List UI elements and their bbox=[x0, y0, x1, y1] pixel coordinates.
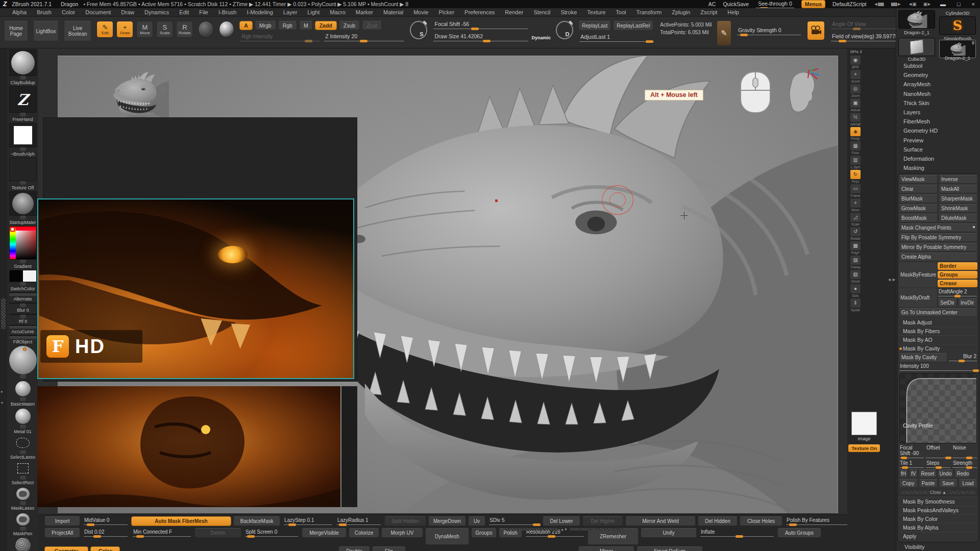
subpalette-header[interactable]: Mask By Smoothness bbox=[899, 497, 977, 506]
curve-button[interactable]: Redo bbox=[954, 469, 971, 478]
bottom-control[interactable]: Close Holes bbox=[740, 516, 782, 526]
palette-section-header[interactable]: Layers bbox=[896, 108, 980, 117]
dock-item-button[interactable] bbox=[19, 425, 27, 429]
tool-thumb-cube[interactable] bbox=[898, 38, 935, 56]
dock-item-thumb[interactable] bbox=[9, 486, 37, 502]
mask-button[interactable]: MaskAll bbox=[939, 185, 977, 193]
dock-item-button[interactable] bbox=[19, 502, 27, 506]
dock-item-thumb[interactable] bbox=[9, 345, 37, 375]
bottom-control[interactable]: Uv bbox=[468, 516, 485, 526]
right-shelf-button[interactable]: + Move bbox=[849, 198, 862, 212]
menu-item[interactable]: Document bbox=[80, 9, 116, 15]
texture-image-thumb[interactable] bbox=[851, 412, 877, 435]
goto-unmasked-center-button[interactable]: Go To Unmasked Center bbox=[899, 308, 977, 317]
live-boolean-button[interactable]: Live Boolean bbox=[64, 21, 91, 41]
dock-item[interactable]: Metal 01 bbox=[9, 408, 37, 434]
right-shelf-button[interactable]: ▦ Floor bbox=[849, 141, 862, 155]
copy-left-icon[interactable]: ◄▣ bbox=[908, 2, 916, 7]
mask-button[interactable]: Mirror By Posable Symmetry bbox=[899, 243, 977, 252]
reference-image-smaug-head[interactable] bbox=[37, 386, 340, 507]
curve-button[interactable]: Copy bbox=[899, 479, 918, 488]
bottom-control[interactable]: Auto Groups bbox=[777, 528, 821, 538]
menu-item[interactable]: I-Brush bbox=[213, 9, 241, 15]
feature-option-button[interactable]: Groups bbox=[938, 271, 977, 279]
menu-item[interactable]: Edit bbox=[174, 9, 194, 15]
menu-item[interactable]: Macro bbox=[325, 9, 351, 15]
cavity-intensity-slider[interactable]: Intensity 100 bbox=[899, 363, 977, 372]
menu-item[interactable]: Render bbox=[500, 9, 528, 15]
replay-forward-icon[interactable]: ▮▮▮► bbox=[891, 2, 901, 7]
bottom-control[interactable]: MidValue 0 bbox=[82, 516, 129, 527]
dock-item[interactable]: FillObject bbox=[9, 335, 37, 344]
invdir-button[interactable]: InvDir bbox=[958, 298, 977, 307]
dock-item-button[interactable] bbox=[19, 527, 27, 531]
menu-item[interactable]: Stroke bbox=[555, 9, 582, 15]
dock-item[interactable]: SelectLasso bbox=[9, 435, 37, 460]
draft-angle-slider[interactable]: DraftAngle 2 bbox=[938, 288, 977, 297]
dock-item[interactable]: MaskPen bbox=[9, 512, 37, 536]
palette-section-header[interactable]: Geometry HD bbox=[896, 126, 980, 135]
palette-section-header[interactable]: Masking bbox=[896, 163, 980, 172]
default-zscript-button[interactable]: DefaultZScript bbox=[832, 1, 867, 7]
bottom-control[interactable]: Del Lower bbox=[543, 516, 580, 526]
right-shelf-button[interactable]: ◈ Persp bbox=[849, 127, 862, 140]
right-shelf-button[interactable]: ◉ BPR bbox=[849, 55, 862, 69]
dock-item[interactable]: Gradient bbox=[9, 226, 37, 269]
mode-button[interactable]: R Rotate bbox=[176, 21, 193, 38]
palette-section-header[interactable]: Subtool bbox=[896, 61, 980, 70]
dock-item-thumb[interactable] bbox=[9, 408, 37, 425]
dock-item[interactable] bbox=[9, 345, 37, 379]
bottom-control[interactable]: LazyRadius 1 bbox=[335, 516, 382, 527]
mask-button[interactable]: ShrinkMask bbox=[939, 204, 977, 213]
cavity-slider[interactable]: Noise bbox=[952, 444, 977, 459]
ac-button[interactable]: AC bbox=[708, 1, 716, 7]
palette-section-header[interactable]: Visibility bbox=[896, 542, 980, 551]
mask-button[interactable]: GrowMask bbox=[899, 204, 938, 213]
mode-button[interactable]: ✎ Edit bbox=[96, 21, 113, 38]
dock-item-thumb[interactable] bbox=[9, 435, 37, 450]
minimize-button[interactable]: ▬ bbox=[938, 1, 948, 7]
bottom-control[interactable]: Groups bbox=[471, 528, 497, 538]
dock-item-thumb[interactable] bbox=[9, 270, 37, 282]
mask-button[interactable]: ViewMask bbox=[899, 175, 938, 184]
dock-item[interactable]: Blur 0 bbox=[9, 303, 37, 313]
curve-button[interactable]: Paste bbox=[919, 479, 938, 488]
dock-item[interactable]: MaskLasso bbox=[9, 486, 37, 511]
menu-item[interactable]: Brush bbox=[32, 9, 57, 15]
subpalette-header[interactable]: Mask By AO bbox=[899, 335, 977, 344]
palette-section-header[interactable]: Surface bbox=[896, 145, 980, 154]
menu-item[interactable]: Draw bbox=[116, 9, 139, 15]
curve-button[interactable]: Save bbox=[939, 479, 958, 488]
paint-toggle[interactable]: Zadd bbox=[315, 21, 337, 30]
dock-item-thumb[interactable] bbox=[9, 123, 37, 147]
right-shelf-button[interactable]: ● Solo bbox=[849, 284, 862, 297]
mask-button[interactable]: BlurMask bbox=[899, 194, 938, 203]
paint-toggle[interactable]: A bbox=[239, 21, 253, 30]
dock-item-button[interactable] bbox=[19, 315, 27, 319]
bottom-control[interactable]: ProjectAll bbox=[44, 528, 80, 538]
palette-section-header[interactable]: Preview bbox=[896, 136, 980, 145]
bottom-control[interactable]: Inflate bbox=[699, 528, 775, 538]
right-shelf-button[interactable]: ▩ PolyF bbox=[849, 241, 862, 255]
palette-section-header[interactable]: NanoMesh bbox=[896, 89, 980, 98]
dock-item-thumb[interactable] bbox=[9, 226, 37, 260]
bottom-control[interactable]: Geometry bbox=[44, 546, 88, 551]
bottom-control[interactable]: Min Connected F bbox=[131, 528, 192, 538]
camera-icon[interactable] bbox=[807, 21, 825, 40]
cavity-slider[interactable]: Tile 1 bbox=[899, 460, 924, 469]
mask-by-cavity-header[interactable]: Mask By Cavity bbox=[899, 344, 977, 353]
menu-item[interactable]: Light bbox=[302, 9, 325, 15]
right-shelf-button[interactable]: ◿ Scale bbox=[849, 212, 862, 226]
mode-button[interactable]: S Scale bbox=[156, 21, 173, 38]
bottom-control[interactable]: Dist 0.02 bbox=[82, 528, 129, 538]
bottom-control[interactable]: MergeVisible bbox=[302, 528, 347, 538]
palette-section-header[interactable]: Deformation bbox=[896, 154, 980, 163]
tool-thumb-label[interactable]: Dragon-2_1 bbox=[938, 55, 977, 61]
dock-item-button[interactable] bbox=[19, 260, 27, 264]
bottom-control[interactable]: DynaMesh bbox=[425, 528, 469, 545]
menu-item[interactable]: Help bbox=[722, 9, 744, 15]
dock-drag-handle[interactable] bbox=[1, 298, 6, 329]
z-intensity-slider[interactable]: Z Intensity 20 bbox=[323, 33, 405, 42]
menu-item[interactable]: Layer bbox=[278, 9, 303, 15]
canvas-area[interactable]: F HD Alt + Mouse left bbox=[38, 48, 847, 514]
